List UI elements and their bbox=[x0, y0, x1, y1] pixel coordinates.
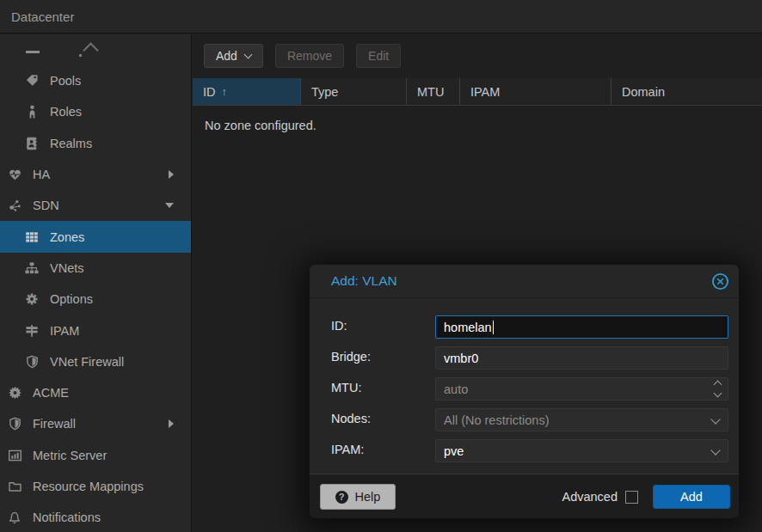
sidebar-item-acme[interactable]: ACME bbox=[0, 377, 191, 408]
add-button[interactable]: Add bbox=[204, 44, 263, 68]
nodes-label: Nodes: bbox=[331, 412, 371, 425]
add-vlan-dialog: Add: VLAN ID: homelan Bridge: vmbr0 MTU:… bbox=[309, 264, 740, 518]
partial-icon bbox=[26, 51, 40, 53]
chevron-down-icon bbox=[243, 50, 252, 58]
column-header-id[interactable]: ID ↑ bbox=[193, 78, 301, 105]
field-row-nodes: Nodes: All (No restrictions) bbox=[310, 408, 739, 431]
sidebar-item-ipam[interactable]: IPAM bbox=[0, 315, 191, 345]
field-row-bridge: Bridge: vmbr0 bbox=[310, 346, 739, 370]
chevron-down-icon[interactable] bbox=[710, 414, 720, 424]
advanced-checkbox[interactable] bbox=[625, 491, 638, 504]
sidebar-item-pools[interactable]: Pools bbox=[0, 65, 191, 96]
heartbeat-icon bbox=[7, 168, 22, 182]
bell-icon bbox=[7, 511, 22, 525]
field-row-id: ID: homelan bbox=[310, 315, 739, 339]
sidebar-item-ha[interactable]: HA bbox=[0, 159, 191, 190]
field-row-mtu: MTU: auto bbox=[310, 377, 739, 401]
spinner-up-icon[interactable] bbox=[714, 381, 722, 389]
signpost-icon bbox=[24, 323, 40, 338]
mtu-label: MTU: bbox=[331, 381, 361, 394]
resource-tree: Pools Roles Realms HA SDN Zones bbox=[0, 34, 192, 532]
certificate-icon bbox=[7, 386, 22, 401]
sidebar-item-roles[interactable]: Roles bbox=[0, 96, 191, 127]
id-input[interactable]: homelan bbox=[435, 315, 728, 339]
bar-chart-icon bbox=[7, 448, 22, 462]
sidebar-item-realms[interactable]: Realms bbox=[0, 128, 191, 159]
expand-arrow-icon[interactable] bbox=[169, 170, 174, 179]
expand-arrow-icon[interactable] bbox=[169, 419, 174, 428]
gear-icon bbox=[24, 292, 40, 307]
ipam-label: IPAM: bbox=[331, 443, 364, 456]
ipam-select[interactable]: pve bbox=[435, 439, 728, 462]
field-row-ipam: IPAM: pve bbox=[310, 439, 739, 462]
bridge-label: Bridge: bbox=[331, 350, 371, 364]
column-header-domain[interactable]: Domain bbox=[611, 78, 762, 105]
bridge-input[interactable]: vmbr0 bbox=[435, 346, 728, 370]
spinner-down-icon[interactable] bbox=[714, 389, 722, 398]
id-label: ID: bbox=[331, 319, 347, 333]
empty-table-message: No zone configured. bbox=[205, 119, 316, 132]
page-title: Datacenter bbox=[0, 9, 74, 24]
grid-icon bbox=[24, 229, 40, 244]
column-header-type[interactable]: Type bbox=[301, 78, 407, 105]
sidebar-item-resource-mappings[interactable]: Resource Mappings bbox=[0, 471, 191, 502]
sidebar-item-zones[interactable]: Zones bbox=[0, 221, 191, 252]
sidebar-item-metric-server[interactable]: Metric Server bbox=[0, 440, 191, 471]
user-icon bbox=[24, 105, 40, 119]
column-header-ipam[interactable]: IPAM bbox=[460, 78, 611, 105]
folder-icon bbox=[7, 480, 22, 494]
collapse-arrow-icon[interactable] bbox=[165, 203, 174, 208]
column-header-mtu[interactable]: MTU bbox=[407, 78, 460, 105]
question-icon: ? bbox=[335, 491, 348, 504]
sitemap-icon bbox=[24, 260, 40, 275]
sort-ascending-icon: ↑ bbox=[222, 85, 228, 98]
sidebar-item-vnets[interactable]: VNets bbox=[0, 253, 191, 284]
advanced-toggle: Advanced bbox=[562, 474, 639, 519]
text-cursor bbox=[493, 321, 495, 334]
sidebar-item-notifications[interactable]: Notifications bbox=[0, 502, 191, 532]
edit-button[interactable]: Edit bbox=[356, 44, 401, 68]
tag-icon bbox=[24, 74, 40, 89]
partial-dot bbox=[79, 54, 82, 57]
remove-button[interactable]: Remove bbox=[275, 44, 344, 68]
advanced-label: Advanced bbox=[562, 490, 618, 504]
mtu-input[interactable]: auto bbox=[435, 377, 728, 401]
shield-icon bbox=[24, 354, 40, 369]
submit-add-button[interactable]: Add bbox=[653, 485, 730, 509]
chevron-down-icon[interactable] bbox=[710, 445, 720, 455]
number-spinner[interactable] bbox=[715, 382, 721, 396]
nodes-select[interactable]: All (No restrictions) bbox=[435, 408, 728, 431]
dialog-title: Add: VLAN bbox=[310, 273, 397, 289]
dialog-header[interactable]: Add: VLAN bbox=[310, 265, 739, 298]
help-button[interactable]: ? Help bbox=[320, 484, 396, 510]
sidebar-item-partial[interactable] bbox=[0, 34, 191, 65]
shield-icon bbox=[7, 417, 22, 431]
sidebar-item-options[interactable]: Options bbox=[0, 284, 191, 315]
zones-toolbar: Add Remove Edit bbox=[193, 34, 762, 77]
sidebar-item-sdn[interactable]: SDN bbox=[0, 190, 191, 221]
sidebar-item-vnet-firewall[interactable]: VNet Firewall bbox=[0, 346, 191, 377]
network-icon bbox=[7, 199, 22, 213]
chevron-up-icon bbox=[83, 42, 98, 58]
zones-table-header: ID ↑ Type MTU IPAM Domain bbox=[193, 78, 762, 106]
dialog-footer: ? Help Advanced Add bbox=[310, 474, 739, 518]
sidebar-item-firewall[interactable]: Firewall bbox=[0, 408, 191, 439]
close-icon[interactable] bbox=[711, 272, 729, 290]
app-header: Datacenter bbox=[0, 0, 762, 34]
address-book-icon bbox=[24, 136, 40, 150]
